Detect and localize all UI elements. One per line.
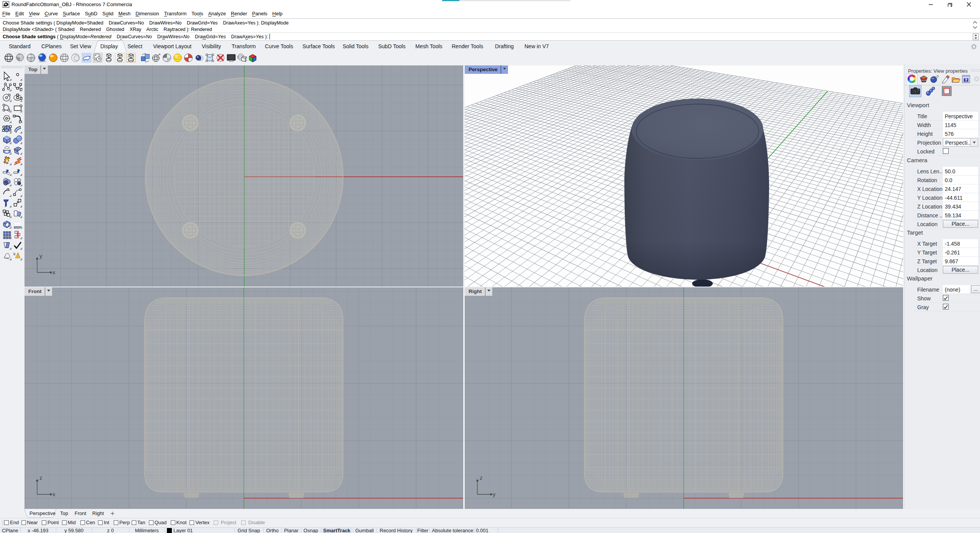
svg-text:x: x [52,269,56,275]
svg-text:x: x [52,491,56,497]
svg-text:y: y [493,491,496,497]
svg-text:?: ? [965,78,967,82]
svg-text:y: y [39,253,42,259]
svg-text:z: z [480,474,483,481]
svg-text:z: z [39,474,42,481]
